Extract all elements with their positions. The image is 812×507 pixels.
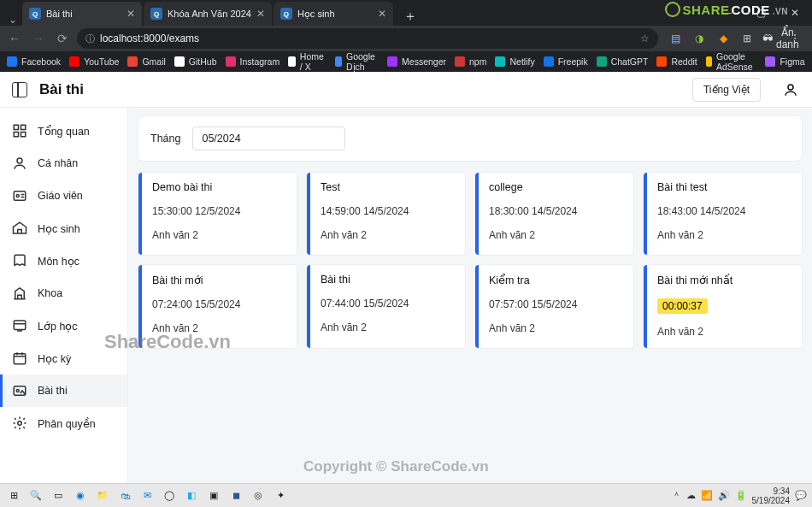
notifications-icon[interactable]: 💬	[795, 490, 807, 501]
bookmark-item[interactable]: Home / X	[288, 51, 327, 72]
bookmark-label: GitHub	[189, 56, 217, 67]
extension-2-icon[interactable]: ◆	[715, 32, 732, 44]
edge-icon[interactable]: ◉	[72, 487, 89, 504]
bookmark-item[interactable]: Gmail	[127, 56, 165, 67]
start-button[interactable]: ⊞	[5, 487, 22, 504]
bookmark-item[interactable]: ChatGPT	[597, 56, 649, 67]
wifi-icon[interactable]: 📶	[701, 490, 713, 501]
exam-card[interactable]: Bài thi mới07:24:00 15/5/2024Anh văn 2	[138, 265, 297, 348]
bookmark-item[interactable]: YouTube	[69, 56, 119, 67]
bookmark-item[interactable]: Google Dịch	[335, 51, 379, 72]
exam-card[interactable]: Kiểm tra07:57:00 15/5/2024Anh văn 2	[475, 265, 633, 348]
bookmark-item[interactable]: Messenger	[387, 56, 446, 67]
url-field[interactable]: ⓘ localhost:8000/exams ☆	[77, 28, 658, 49]
mail-icon[interactable]: ✉	[138, 487, 156, 504]
language-button[interactable]: Tiếng Việt	[692, 78, 761, 102]
bookmark-favicon	[656, 56, 667, 67]
bookmark-item[interactable]: GitHub	[174, 56, 217, 67]
url-text: localhost:8000/exams	[100, 32, 199, 44]
translate-icon[interactable]: ▤	[667, 32, 684, 44]
tab-favicon: Q	[29, 8, 41, 20]
volume-icon[interactable]: 🔊	[718, 490, 730, 501]
sidebar-item[interactable]: Khoa	[0, 277, 127, 310]
close-tab-icon[interactable]: ✕	[378, 8, 386, 20]
bookmark-item[interactable]: Instagram	[226, 56, 280, 67]
extensions-icon[interactable]: ◑	[691, 32, 708, 44]
system-tray: ＾ ☁ 📶 🔊 🔋 9:34 5/19/2024 💬	[672, 486, 808, 505]
terminal-icon[interactable]: ▣	[205, 487, 222, 504]
browser-tab[interactable]: QKhóa Anh Văn 2024✕	[144, 2, 272, 26]
puzzle-icon[interactable]: ⊞	[738, 32, 756, 44]
onedrive-icon[interactable]: ☁	[686, 490, 696, 501]
month-input[interactable]	[192, 127, 345, 150]
user-menu-icon[interactable]	[781, 80, 800, 99]
exam-card[interactable]: Test14:59:00 14/5/2024Anh văn 2	[307, 173, 465, 255]
exam-card[interactable]: college18:30:00 14/5/2024Anh văn 2	[475, 173, 633, 255]
exam-title: Bài thi mới nhất	[657, 274, 791, 286]
new-tab-button[interactable]: ＋	[395, 8, 426, 26]
sidebar-item[interactable]: Học kỳ	[0, 342, 127, 374]
chrome-icon[interactable]: ◯	[161, 487, 178, 504]
exam-time: 14:59:00 14/5/2024	[321, 205, 455, 217]
exam-card[interactable]: Bài thi07:44:00 15/5/2024Anh văn 2	[307, 265, 465, 348]
browser-tab[interactable]: QHọc sinh✕	[274, 2, 393, 26]
explorer-icon[interactable]: 📁	[94, 487, 111, 504]
close-tab-icon[interactable]: ✕	[256, 8, 265, 20]
exam-card[interactable]: Demo bài thi15:30:00 12/5/2024Anh văn 2	[138, 173, 297, 255]
bookmark-label: YouTube	[84, 56, 119, 67]
sidebar-item-label: Tổng quan	[38, 125, 90, 138]
sidebar-item-label: Khoa	[38, 287, 62, 299]
sidebar-item[interactable]: Tổng quan	[0, 115, 127, 147]
bookmark-item[interactable]: Freepik	[544, 56, 588, 67]
svg-rect-8	[14, 321, 26, 330]
reload-button[interactable]: ⟳	[53, 32, 72, 45]
bookmark-label: Instagram	[240, 56, 280, 67]
sidebar-item[interactable]: Giáo viên	[0, 180, 127, 212]
sharecode-badge: SHARECODE.VN	[665, 2, 788, 17]
sidebar-item[interactable]: Cá nhân	[0, 147, 127, 180]
clock[interactable]: 9:34 5/19/2024	[752, 486, 791, 505]
bookmark-favicon	[387, 56, 397, 67]
bookmark-label: Home / X	[300, 51, 327, 72]
battery-icon[interactable]: 🔋	[735, 490, 747, 501]
bookmark-item[interactable]: Figma	[765, 56, 804, 67]
app-icon[interactable]: ◎	[250, 487, 267, 504]
svg-rect-2	[21, 125, 26, 129]
store-icon[interactable]: 🛍	[116, 487, 133, 504]
bookmarks-bar: FacebookYouTubeGmailGitHubInstagramHome …	[0, 51, 812, 72]
forward-button[interactable]: →	[29, 32, 48, 45]
sidebar-item[interactable]: Học sinh	[0, 212, 127, 245]
back-button[interactable]: ←	[5, 32, 24, 45]
bookmark-item[interactable]: npm	[455, 56, 486, 67]
exam-card[interactable]: Bài thi mới nhất00:00:37Anh văn 2	[644, 265, 802, 348]
sidebar-item[interactable]: Bài thi	[0, 374, 127, 407]
svg-point-12	[18, 422, 22, 426]
sidebar-item[interactable]: Lớp học	[0, 310, 127, 342]
sidebar-item-icon	[12, 221, 27, 236]
task-view-icon[interactable]: ▭	[50, 487, 67, 504]
bookmark-star-icon[interactable]: ☆	[640, 32, 650, 44]
bookmark-favicon	[765, 56, 775, 67]
bookmark-label: Freepik	[558, 56, 588, 67]
menu-button[interactable]: ⋮	[786, 32, 803, 44]
tab-dropdown-icon[interactable]: ⌄	[3, 14, 22, 26]
bookmark-item[interactable]: Reddit	[656, 56, 697, 67]
bookmark-item[interactable]: Google AdSense	[706, 51, 757, 72]
word-icon[interactable]: ◼	[227, 487, 244, 504]
site-info-icon[interactable]: ⓘ	[85, 32, 95, 45]
bookmark-item[interactable]: Facebook	[7, 56, 61, 67]
sidebar-item[interactable]: Môn học	[0, 245, 127, 277]
close-tab-icon[interactable]: ✕	[127, 8, 135, 20]
toggle-sidebar-icon[interactable]	[12, 82, 27, 97]
bookmark-label: ChatGPT	[611, 56, 649, 67]
address-bar: ← → ⟳ ⓘ localhost:8000/exams ☆ ▤ ◑ ◆ ⊞ 🕶…	[0, 26, 812, 51]
exam-card[interactable]: Bài thi test18:43:00 14/5/2024Anh văn 2	[644, 173, 802, 255]
bookmark-item[interactable]: Netlify	[495, 56, 534, 67]
bookmark-label: Messenger	[402, 56, 446, 67]
sidebar-item[interactable]: Phân quyền	[0, 407, 127, 439]
browser-tab[interactable]: QBài thi✕	[22, 2, 142, 26]
app-icon-2[interactable]: ✦	[272, 487, 289, 504]
tray-chevron-icon[interactable]: ＾	[672, 489, 681, 502]
vscode-icon[interactable]: ◧	[183, 487, 200, 504]
taskbar-search-icon[interactable]: 🔍	[27, 487, 44, 504]
